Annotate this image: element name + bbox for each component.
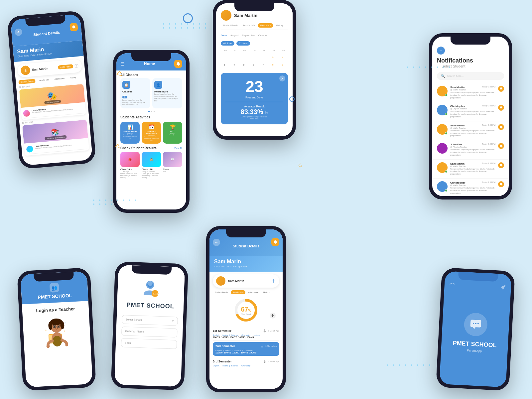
notif-badge bbox=[498, 162, 504, 168]
online-indicator bbox=[445, 132, 448, 135]
tab-results[interactable]: Results Info bbox=[241, 23, 257, 28]
notif-badge bbox=[498, 105, 504, 111]
screen-title: Student Details bbox=[233, 244, 259, 248]
notification-item[interactable]: Christopher @ English Teacher Today 3:00… bbox=[432, 102, 509, 121]
section-activities: Students Activities bbox=[116, 114, 186, 120]
search-bar[interactable]: 🔍 Search here... bbox=[437, 72, 504, 80]
online-indicator bbox=[445, 113, 448, 115]
notif-text: Tomorrow Everybody brings your Maths Not… bbox=[450, 187, 495, 195]
notch bbox=[234, 3, 274, 11]
menu-icon[interactable]: ☰ bbox=[120, 61, 125, 66]
send-icon bbox=[499, 284, 506, 291]
notif-role: @ Maths Teacher bbox=[450, 165, 466, 167]
tab-history[interactable]: History bbox=[68, 75, 78, 80]
present-label: Present Days bbox=[225, 96, 283, 99]
achievements-icon: 🏆 bbox=[170, 124, 176, 130]
attendance-icon: 📅 bbox=[149, 124, 154, 130]
activity-attendance[interactable]: 📅 Students Attendance Attendance Lorem I… bbox=[142, 122, 161, 144]
avg-date: June 2019 bbox=[225, 118, 283, 120]
date-to-btn[interactable]: 31 June bbox=[236, 41, 250, 46]
notif-content: Christopher @ English Teacher Today 3:00… bbox=[450, 105, 495, 118]
select-school-dropdown[interactable]: Select School ∨ bbox=[122, 315, 178, 326]
tab-results[interactable]: Results Info bbox=[231, 290, 245, 294]
chat-icon bbox=[464, 312, 488, 337]
notification-item[interactable]: John Doe @ Physics Teacher Today 3:00 PM… bbox=[432, 140, 509, 159]
notification-item[interactable]: Sam Martin @ Maths Teacher Today 3:00 PM… bbox=[432, 121, 509, 140]
notif-content: Christopher @ Maths Teacher Today 3:00 P… bbox=[450, 181, 495, 195]
deco-circle bbox=[183, 13, 193, 23]
notif-content: Sam Martin @ Maths Teacher Today 3:00 PM… bbox=[450, 86, 495, 99]
tab-results-info[interactable]: Results Info bbox=[37, 77, 52, 83]
notification-item[interactable]: Sam Martin @ Maths Teacher Today 3:00 PM… bbox=[432, 160, 509, 179]
month-august[interactable]: August bbox=[230, 34, 239, 37]
download-icon[interactable] bbox=[260, 344, 264, 348]
notif-avatar bbox=[437, 162, 448, 173]
notif-avatar bbox=[437, 181, 448, 192]
section-results: Check Student Results bbox=[120, 146, 157, 150]
add-feeds-button[interactable]: + Add Feeds bbox=[58, 64, 73, 69]
notification-item[interactable]: Christopher @ Maths Teacher Today 3:00 P… bbox=[432, 179, 509, 196]
email-input[interactable]: Email bbox=[121, 338, 177, 349]
dot-active bbox=[148, 111, 150, 112]
month-october[interactable]: October bbox=[258, 34, 268, 37]
svg-point-6 bbox=[501, 147, 501, 148]
search-placeholder: Search here... bbox=[447, 74, 464, 77]
notification-item[interactable]: Sam Martin @ Maths Teacher Today 3:00 PM… bbox=[432, 83, 509, 102]
tab-feeds[interactable]: Student Feeds bbox=[213, 290, 230, 294]
svg-point-5 bbox=[501, 128, 501, 129]
feed-card: 🎭 2nd price in Craft Lara Anderson Parti… bbox=[19, 84, 86, 120]
tab-attendance[interactable]: Attendance bbox=[258, 23, 273, 28]
app-name: PMET SCHOOL bbox=[453, 339, 497, 349]
month-june[interactable]: June bbox=[221, 34, 227, 37]
bell-icon[interactable] bbox=[271, 238, 279, 246]
bell-icon[interactable] bbox=[174, 60, 182, 68]
notch bbox=[131, 265, 172, 275]
activity-label: Students Attendance bbox=[144, 130, 159, 134]
activity-student-feeds[interactable]: 📊 Student Feeds Daily Feed Lorem Ipsum h… bbox=[120, 122, 140, 144]
back-button[interactable]: ← bbox=[437, 47, 445, 55]
activity-achievements[interactable]: 🏆 Act... Achie... Lorem Ips... bbox=[163, 122, 182, 144]
month-september[interactable]: September bbox=[242, 34, 255, 37]
result-text: Lorem Ipsum has been the industry's stan… bbox=[142, 173, 161, 179]
profile-name: Sam Martin bbox=[234, 13, 257, 18]
notif-time: Today 3:00 PM bbox=[482, 143, 495, 145]
teacher-illustration: ✦ ✦ ✦ bbox=[43, 315, 71, 349]
person-illustration: GO bbox=[141, 279, 161, 300]
result-class: Class 10th bbox=[120, 168, 140, 171]
view-all-link[interactable]: View All bbox=[174, 147, 182, 149]
back-button[interactable]: ← bbox=[213, 239, 220, 246]
notif-name: Sam Martin bbox=[450, 86, 466, 89]
close-button[interactable]: ✕ bbox=[279, 75, 285, 81]
notif-text: Tomorrow Everybody brings your Maths Not… bbox=[450, 130, 495, 137]
tab-feeds[interactable]: Student Feeds bbox=[221, 23, 240, 28]
activity-sub: Lorem Ipsum has been the standard dummy … bbox=[122, 134, 138, 139]
login-form: Select School ∨ Guardian Name Email bbox=[115, 312, 183, 355]
back-button[interactable] bbox=[15, 28, 23, 36]
tab-attendance[interactable]: Attendance bbox=[52, 76, 66, 81]
download-icon[interactable] bbox=[263, 359, 267, 363]
bell-icon[interactable] bbox=[69, 23, 78, 31]
download-icon[interactable] bbox=[269, 312, 276, 319]
phone-home: ☰ Home All Classes 📋 Classes OK Lorem Ip… bbox=[113, 50, 190, 213]
svg-text:✦: ✦ bbox=[64, 330, 66, 332]
tab-attendance[interactable]: Attendance bbox=[246, 290, 260, 294]
tab-history[interactable]: History bbox=[261, 290, 272, 294]
phone-student-results: ← Student Details Sam Marin Class 12th D… bbox=[206, 226, 286, 392]
feed-card: 📚 Become a Class Monitor Lara Anderson P… bbox=[22, 120, 89, 156]
phone-attendance: Sam Martin Student Feeds Results Info At… bbox=[213, 0, 296, 140]
semester-3: 3rd Semester 3 Month Ago English | Maths… bbox=[213, 357, 279, 369]
tab-history[interactable]: History bbox=[274, 23, 285, 28]
avg-result-label: Average Result bbox=[225, 105, 283, 108]
attendance-card: ✕ 23 Present Days Average Result 83.33% … bbox=[221, 73, 288, 124]
triangle-deco: ▷ bbox=[298, 162, 304, 169]
search-icon: 🔍 bbox=[441, 74, 445, 78]
date-from-btn[interactable]: 01 June bbox=[221, 41, 234, 46]
notif-badge bbox=[498, 86, 504, 92]
notif-time: Today 3:00 PM bbox=[482, 86, 495, 88]
notif-avatar bbox=[437, 86, 448, 96]
tab-student-feeds[interactable]: Student Feeds bbox=[18, 79, 36, 84]
avg-percentage: 83.33% bbox=[241, 108, 263, 116]
svg-text:✦: ✦ bbox=[45, 329, 47, 332]
guardian-name-input[interactable]: Guardian Name bbox=[121, 327, 178, 337]
download-icon[interactable] bbox=[263, 329, 267, 333]
